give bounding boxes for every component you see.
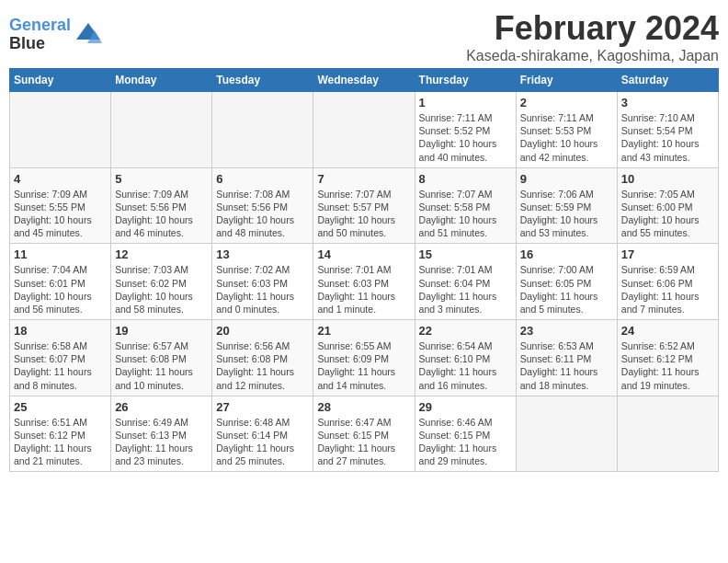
day-cell: 13Sunrise: 7:02 AM Sunset: 6:03 PM Dayli…	[212, 244, 313, 320]
day-info: Sunrise: 6:56 AM Sunset: 6:08 PM Dayligh…	[216, 339, 309, 392]
logo-text: GeneralBlue	[9, 17, 71, 53]
week-row-2: 11Sunrise: 7:04 AM Sunset: 6:01 PM Dayli…	[10, 244, 719, 320]
day-cell: 1Sunrise: 7:11 AM Sunset: 5:52 PM Daylig…	[415, 92, 516, 168]
calendar-body: 1Sunrise: 7:11 AM Sunset: 5:52 PM Daylig…	[10, 92, 719, 472]
header-cell-friday: Friday	[516, 69, 617, 92]
day-cell: 11Sunrise: 7:04 AM Sunset: 6:01 PM Dayli…	[10, 244, 111, 320]
logo-icon	[74, 21, 102, 49]
day-info: Sunrise: 7:06 AM Sunset: 5:59 PM Dayligh…	[520, 188, 613, 240]
day-cell: 17Sunrise: 6:59 AM Sunset: 6:06 PM Dayli…	[617, 244, 718, 320]
day-cell: 2Sunrise: 7:11 AM Sunset: 5:53 PM Daylig…	[516, 92, 617, 168]
day-cell: 27Sunrise: 6:48 AM Sunset: 6:14 PM Dayli…	[212, 396, 313, 472]
header-cell-wednesday: Wednesday	[313, 69, 415, 92]
day-cell	[212, 92, 313, 168]
day-info: Sunrise: 7:03 AM Sunset: 6:02 PM Dayligh…	[115, 263, 208, 316]
day-info: Sunrise: 6:58 AM Sunset: 6:07 PM Dayligh…	[14, 339, 107, 392]
title-section: February 2024 Kaseda-shirakame, Kagoshim…	[466, 9, 719, 64]
day-cell	[10, 92, 111, 168]
day-number: 25	[14, 400, 107, 414]
header-row: SundayMondayTuesdayWednesdayThursdayFrid…	[10, 69, 719, 92]
day-number: 28	[317, 400, 410, 414]
day-number: 11	[14, 247, 107, 261]
day-info: Sunrise: 7:05 AM Sunset: 6:00 PM Dayligh…	[621, 188, 714, 240]
day-info: Sunrise: 7:07 AM Sunset: 5:58 PM Dayligh…	[419, 188, 512, 240]
day-info: Sunrise: 6:53 AM Sunset: 6:11 PM Dayligh…	[520, 339, 613, 392]
day-cell: 10Sunrise: 7:05 AM Sunset: 6:00 PM Dayli…	[617, 167, 718, 244]
day-number: 19	[115, 324, 208, 338]
day-number: 26	[115, 400, 208, 414]
day-cell: 18Sunrise: 6:58 AM Sunset: 6:07 PM Dayli…	[10, 320, 111, 396]
day-number: 9	[520, 172, 613, 186]
day-cell	[617, 396, 718, 472]
day-cell: 29Sunrise: 6:46 AM Sunset: 6:15 PM Dayli…	[415, 396, 516, 472]
day-number: 16	[520, 247, 613, 261]
calendar-header: SundayMondayTuesdayWednesdayThursdayFrid…	[10, 69, 719, 92]
day-number: 29	[419, 400, 512, 414]
day-cell: 12Sunrise: 7:03 AM Sunset: 6:02 PM Dayli…	[111, 244, 212, 320]
day-number: 24	[621, 324, 714, 338]
header-cell-monday: Monday	[111, 69, 212, 92]
day-cell	[516, 396, 617, 472]
day-info: Sunrise: 6:59 AM Sunset: 6:06 PM Dayligh…	[621, 263, 714, 316]
day-number: 15	[419, 247, 512, 261]
week-row-0: 1Sunrise: 7:11 AM Sunset: 5:52 PM Daylig…	[10, 92, 719, 168]
day-info: Sunrise: 7:00 AM Sunset: 6:05 PM Dayligh…	[520, 263, 613, 316]
day-info: Sunrise: 6:48 AM Sunset: 6:14 PM Dayligh…	[216, 416, 309, 468]
day-number: 23	[520, 324, 613, 338]
day-info: Sunrise: 6:51 AM Sunset: 6:12 PM Dayligh…	[14, 416, 107, 468]
header-cell-thursday: Thursday	[415, 69, 516, 92]
day-number: 4	[14, 172, 107, 186]
day-number: 21	[317, 324, 410, 338]
day-cell: 21Sunrise: 6:55 AM Sunset: 6:09 PM Dayli…	[313, 320, 415, 396]
day-info: Sunrise: 7:08 AM Sunset: 5:56 PM Dayligh…	[216, 188, 309, 240]
day-info: Sunrise: 6:49 AM Sunset: 6:13 PM Dayligh…	[115, 416, 208, 468]
day-info: Sunrise: 7:09 AM Sunset: 5:56 PM Dayligh…	[115, 188, 208, 240]
day-number: 17	[621, 247, 714, 261]
day-number: 20	[216, 324, 309, 338]
header-cell-sunday: Sunday	[10, 69, 111, 92]
day-number: 12	[115, 247, 208, 261]
day-number: 7	[317, 172, 410, 186]
day-cell: 25Sunrise: 6:51 AM Sunset: 6:12 PM Dayli…	[10, 396, 111, 472]
day-number: 10	[621, 172, 714, 186]
day-cell: 26Sunrise: 6:49 AM Sunset: 6:13 PM Dayli…	[111, 396, 212, 472]
day-cell: 9Sunrise: 7:06 AM Sunset: 5:59 PM Daylig…	[516, 167, 617, 244]
day-cell	[313, 92, 415, 168]
page-subtitle: Kaseda-shirakame, Kagoshima, Japan	[466, 48, 719, 64]
day-cell: 23Sunrise: 6:53 AM Sunset: 6:11 PM Dayli…	[516, 320, 617, 396]
day-cell: 28Sunrise: 6:47 AM Sunset: 6:15 PM Dayli…	[313, 396, 415, 472]
day-number: 18	[14, 324, 107, 338]
day-number: 22	[419, 324, 512, 338]
day-number: 27	[216, 400, 309, 414]
week-row-3: 18Sunrise: 6:58 AM Sunset: 6:07 PM Dayli…	[10, 320, 719, 396]
day-info: Sunrise: 7:11 AM Sunset: 5:53 PM Dayligh…	[520, 111, 613, 164]
day-info: Sunrise: 7:09 AM Sunset: 5:55 PM Dayligh…	[14, 188, 107, 240]
header-cell-tuesday: Tuesday	[212, 69, 313, 92]
day-info: Sunrise: 6:47 AM Sunset: 6:15 PM Dayligh…	[317, 416, 410, 468]
header-cell-saturday: Saturday	[617, 69, 718, 92]
day-info: Sunrise: 6:46 AM Sunset: 6:15 PM Dayligh…	[419, 416, 512, 468]
day-cell: 19Sunrise: 6:57 AM Sunset: 6:08 PM Dayli…	[111, 320, 212, 396]
day-number: 6	[216, 172, 309, 186]
day-number: 1	[419, 96, 512, 109]
day-info: Sunrise: 6:52 AM Sunset: 6:12 PM Dayligh…	[621, 339, 714, 392]
day-info: Sunrise: 7:10 AM Sunset: 5:54 PM Dayligh…	[621, 111, 714, 164]
day-info: Sunrise: 7:01 AM Sunset: 6:04 PM Dayligh…	[419, 263, 512, 316]
day-number: 8	[419, 172, 512, 186]
day-cell: 7Sunrise: 7:07 AM Sunset: 5:57 PM Daylig…	[313, 167, 415, 244]
day-info: Sunrise: 6:57 AM Sunset: 6:08 PM Dayligh…	[115, 339, 208, 392]
day-number: 5	[115, 172, 208, 186]
day-cell: 20Sunrise: 6:56 AM Sunset: 6:08 PM Dayli…	[212, 320, 313, 396]
day-number: 14	[317, 247, 410, 261]
page-title: February 2024	[466, 9, 719, 48]
day-info: Sunrise: 6:54 AM Sunset: 6:10 PM Dayligh…	[419, 339, 512, 392]
day-cell: 5Sunrise: 7:09 AM Sunset: 5:56 PM Daylig…	[111, 167, 212, 244]
day-cell: 22Sunrise: 6:54 AM Sunset: 6:10 PM Dayli…	[415, 320, 516, 396]
day-cell: 16Sunrise: 7:00 AM Sunset: 6:05 PM Dayli…	[516, 244, 617, 320]
day-info: Sunrise: 7:07 AM Sunset: 5:57 PM Dayligh…	[317, 188, 410, 240]
day-cell: 14Sunrise: 7:01 AM Sunset: 6:03 PM Dayli…	[313, 244, 415, 320]
day-cell: 15Sunrise: 7:01 AM Sunset: 6:04 PM Dayli…	[415, 244, 516, 320]
day-number: 2	[520, 96, 613, 109]
day-info: Sunrise: 7:11 AM Sunset: 5:52 PM Dayligh…	[419, 111, 512, 164]
day-info: Sunrise: 7:02 AM Sunset: 6:03 PM Dayligh…	[216, 263, 309, 316]
